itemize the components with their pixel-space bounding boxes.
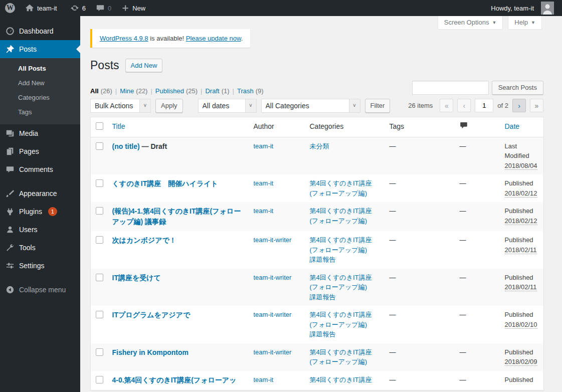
row-checkbox[interactable] (96, 142, 103, 150)
row-checkbox[interactable] (96, 311, 103, 318)
category-link[interactable]: 課題報告 (310, 292, 380, 302)
prev-page-button[interactable]: ‹ (457, 99, 471, 112)
current-page-input[interactable] (475, 99, 493, 112)
sidebar-item-categories[interactable]: Categories (0, 90, 80, 105)
sidebar-item-media[interactable]: Media (0, 124, 80, 142)
updates-menu[interactable]: 6 (65, 0, 91, 16)
post-title-link[interactable]: くすのきIT講座 開催ハイライト (112, 179, 218, 187)
tags-cell: — (385, 137, 455, 174)
author-link[interactable]: team-it-writer (254, 348, 292, 356)
select-all-checkbox[interactable] (96, 122, 103, 130)
my-account-menu[interactable]: Howdy, team-it (486, 2, 559, 15)
table-header-row: Title Author Categories Tags Date (91, 117, 544, 137)
sidebar-item-add-new[interactable]: Add New (0, 76, 80, 90)
categories-cell: 第4回くすのきIT講座 (305, 371, 385, 390)
sidebar-item-dashboard[interactable]: Dashboard (0, 22, 80, 40)
author-cell: team-it-writer (249, 306, 305, 343)
apply-button[interactable]: Apply (155, 99, 183, 113)
title-column-header[interactable]: Title (107, 117, 249, 137)
author-link[interactable]: team-it-writer (254, 274, 292, 281)
category-link[interactable]: 第4回くすのきIT講座(フォローアップ編) (310, 235, 380, 255)
last-page-button[interactable]: » (530, 99, 543, 112)
sidebar-item-users[interactable]: Users (0, 221, 80, 239)
filter-button[interactable]: Filter (365, 99, 391, 113)
post-title-link[interactable]: IT講座を受けて (112, 274, 161, 282)
date-cell: Last Modified 2018/08/04 (500, 137, 544, 174)
date-column-header[interactable]: Date (500, 117, 544, 137)
menu-separator (0, 275, 80, 281)
categories-cell: 第4回くすのきIT講座(フォローアップ編) (305, 343, 385, 371)
row-checkbox[interactable] (96, 274, 103, 281)
category-link[interactable]: 第4回くすのきIT講座 (310, 375, 380, 385)
row-checkbox[interactable] (96, 207, 103, 215)
category-link[interactable]: 第4回くすのきIT講座(フォローアップ編) (310, 310, 380, 329)
author-link[interactable]: team-it (254, 142, 274, 150)
category-link[interactable]: 第4回くすのきIT講座(フォローアップ編) (310, 178, 380, 198)
author-link[interactable]: team-it-writer (254, 236, 292, 244)
post-title-link[interactable]: ITプログラムをアジアで (112, 311, 191, 319)
add-new-button[interactable]: Add New (125, 59, 163, 72)
update-now-link[interactable]: Please update now (186, 35, 241, 42)
author-link[interactable]: team-it (254, 207, 274, 215)
post-status-label: Published (505, 235, 539, 245)
sidebar-item-tags[interactable]: Tags (0, 105, 80, 119)
category-link[interactable]: 未分類 (310, 141, 380, 151)
sidebar-item-collapse-menu[interactable]: Collapse menu (0, 281, 80, 299)
sidebar-item-settings[interactable]: Settings (0, 257, 80, 275)
screen-options-toggle[interactable]: Screen Options ▼ (438, 16, 503, 30)
first-page-button[interactable]: « (440, 99, 453, 112)
category-link[interactable]: 課題報告 (310, 255, 380, 265)
row-checkbox[interactable] (96, 236, 103, 244)
sidebar-item-pages[interactable]: Pages (0, 142, 80, 160)
post-state-label: — Draft (140, 142, 167, 150)
row-checkbox-cell (91, 343, 107, 371)
search-input[interactable] (412, 81, 489, 95)
new-content-menu[interactable]: New (116, 0, 150, 16)
dates-filter-select[interactable]: All dates (198, 99, 257, 113)
author-link[interactable]: team-it (254, 179, 274, 187)
post-title-link[interactable]: Fishery in Kompontom (112, 348, 189, 356)
categories-filter-select[interactable]: All Categories (261, 99, 360, 113)
sidebar-item-plugins[interactable]: Plugins 1 (0, 203, 80, 221)
title-cell: (報告)4-1.第4回くすのきIT講座(フォローアップ編) 議事録 (107, 202, 249, 231)
wordpress-version-link[interactable]: WordPress 4.9.8 (100, 35, 148, 42)
post-title-link[interactable]: (報告)4-1.第4回くすのきIT講座(フォローアップ編) 議事録 (112, 207, 241, 226)
title-cell: Fishery in Kompontom (107, 343, 249, 371)
category-link[interactable]: 第4回くすのきIT講座(フォローアップ編) (310, 206, 380, 226)
category-link[interactable]: 第4回くすのきIT講座(フォローアップ編) (310, 347, 380, 367)
post-date: 2018/08/04 (505, 162, 537, 170)
bulk-actions-select[interactable]: Bulk Actions (90, 99, 151, 113)
sidebar-item-tools[interactable]: Tools (0, 239, 80, 257)
row-checkbox[interactable] (96, 348, 103, 356)
sidebar-item-all-posts[interactable]: All Posts (0, 61, 80, 76)
table-row: (報告)4-1.第4回くすのきIT講座(フォローアップ編) 議事録 team-i… (91, 202, 544, 231)
author-link[interactable]: team-it (254, 376, 274, 383)
next-page-button[interactable]: › (512, 99, 526, 112)
comments-menu[interactable]: 0 (91, 0, 116, 16)
tags-cell: — (385, 343, 455, 371)
sidebar-item-comments[interactable]: Comments (0, 160, 80, 178)
post-title-link[interactable]: 4-0.第4回くすのきIT講座(フォローアッ (112, 376, 237, 384)
comments-cell: — (455, 231, 500, 269)
search-posts-button[interactable]: Search Posts (492, 81, 543, 95)
row-checkbox[interactable] (96, 376, 103, 383)
tags-cell: — (385, 202, 455, 231)
help-toggle[interactable]: Help ▼ (508, 16, 542, 30)
sidebar-item-posts[interactable]: Posts (0, 40, 80, 58)
date-cell: Published 2018/02/11 (500, 269, 544, 306)
tags-cell: — (385, 174, 455, 202)
author-link[interactable]: team-it-writer (254, 311, 292, 318)
author-cell: team-it-writer (249, 269, 305, 306)
post-status-label: Published (505, 347, 539, 357)
category-link[interactable]: 課題報告 (310, 329, 380, 339)
category-link[interactable]: 第4回くすのきIT講座(フォローアップ編) (310, 273, 380, 292)
site-name-menu[interactable]: team-it (20, 0, 62, 16)
post-status-label: Last Modified (505, 141, 539, 161)
post-date: 2018/02/12 (505, 189, 537, 198)
row-checkbox[interactable] (96, 179, 103, 187)
post-title-link[interactable]: (no title) (112, 142, 140, 150)
wp-logo-menu[interactable]: W (0, 0, 20, 16)
sidebar-item-appearance[interactable]: Appearance (0, 184, 80, 203)
post-title-link[interactable]: 次はカンボジアで！ (112, 236, 176, 244)
title-cell: くすのきIT講座 開催ハイライト (107, 174, 249, 202)
